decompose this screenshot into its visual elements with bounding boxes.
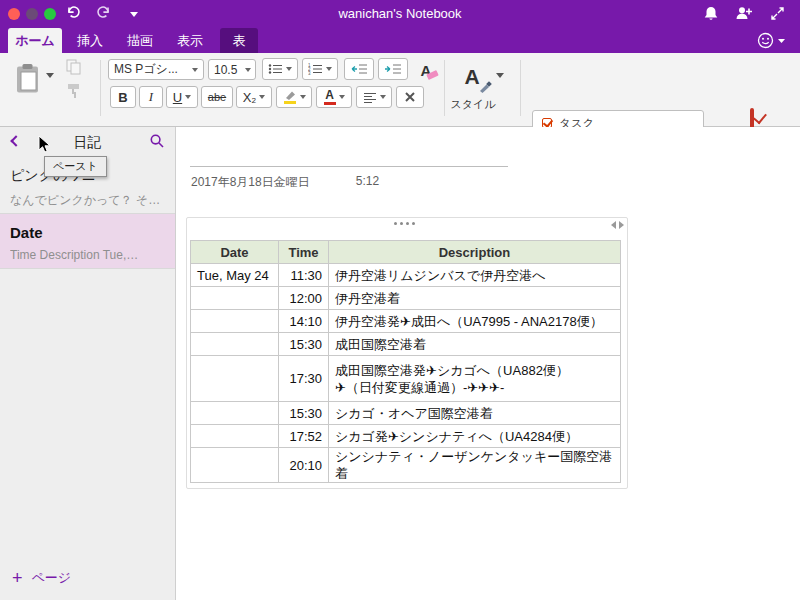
fullscreen-button[interactable] xyxy=(766,5,788,23)
cell-date[interactable]: Tue, May 24 xyxy=(191,264,279,287)
ribbon-separator xyxy=(100,60,101,116)
underline-button[interactable]: U xyxy=(166,86,198,108)
brush-icon xyxy=(479,80,492,93)
copy-icon xyxy=(66,59,81,75)
numbered-list-icon: 123 xyxy=(308,63,323,75)
cell-description[interactable]: 成田国際空港発✈シカゴへ（UA882便） ✈（日付変更線通過）-✈✈✈- xyxy=(329,356,621,402)
cell-description[interactable]: 伊丹空港着 xyxy=(329,287,621,310)
task-check-icon xyxy=(750,108,754,129)
page-datetime: 2017年8月18日金曜日 5:12 xyxy=(191,174,379,191)
share-button[interactable] xyxy=(733,5,755,23)
cell-description[interactable]: 成田国際空港着 xyxy=(329,333,621,356)
window-title: wanichan's Notebook xyxy=(0,0,800,28)
plus-icon: + xyxy=(12,570,23,586)
table-header-row: Date Time Description xyxy=(191,241,621,264)
cell-date[interactable] xyxy=(191,448,279,483)
cell-time[interactable]: 15:30 xyxy=(279,333,329,356)
italic-button[interactable]: I xyxy=(139,86,163,108)
cell-date[interactable] xyxy=(191,425,279,448)
table-row: 15:30 成田国際空港着 xyxy=(191,333,621,356)
chevron-down-icon xyxy=(380,95,386,99)
notifications-button[interactable] xyxy=(700,5,722,23)
bullet-list-button[interactable] xyxy=(262,58,298,80)
clear-formatting-button[interactable]: A xyxy=(412,58,440,82)
font-size-select[interactable]: 10.5 xyxy=(208,59,256,80)
cell-date[interactable] xyxy=(191,333,279,356)
cell-time[interactable]: 15:30 xyxy=(279,402,329,425)
table-row: 20:10 シンシナティ・ノーザンケンタッキー国際空港着 xyxy=(191,448,621,483)
arrow-right-icon xyxy=(619,221,624,229)
increase-indent-button[interactable] xyxy=(378,58,408,80)
cell-description[interactable]: 伊丹空港発✈成田へ（UA7995 - ANA2178便） xyxy=(329,310,621,333)
cell-time[interactable]: 17:52 xyxy=(279,425,329,448)
format-painter-button[interactable] xyxy=(62,83,84,101)
header-date[interactable]: Date xyxy=(191,241,279,264)
align-lines-icon xyxy=(363,92,377,103)
chevron-down-icon xyxy=(286,67,292,71)
arrow-left-icon xyxy=(611,221,616,229)
tab-draw[interactable]: 描画 xyxy=(116,28,164,53)
font-size-value: 10.5 xyxy=(214,63,237,77)
font-name-select[interactable]: MS Pゴシ... xyxy=(108,59,204,80)
page-date: 2017年8月18日金曜日 xyxy=(191,174,310,191)
styles-letter: A xyxy=(464,65,479,88)
cell-time[interactable]: 20:10 xyxy=(279,448,329,483)
cell-description[interactable]: シカゴ発✈シンシナティへ（UA4284便） xyxy=(329,425,621,448)
feedback-button[interactable] xyxy=(756,31,778,49)
copy-button[interactable] xyxy=(62,59,84,77)
add-page-button[interactable]: + ページ xyxy=(12,569,71,587)
cell-description[interactable]: シンシナティ・ノーザンケンタッキー国際空港着 xyxy=(329,448,621,483)
smiley-icon xyxy=(756,31,786,50)
add-page-label: ページ xyxy=(32,569,72,587)
styles-button[interactable]: A xyxy=(452,59,492,95)
table-row: 15:30 シカゴ・オヘア国際空港着 xyxy=(191,402,621,425)
font-color-button[interactable]: A xyxy=(316,86,352,108)
chevron-down-icon xyxy=(300,95,306,99)
delete-button[interactable] xyxy=(396,86,424,108)
search-icon xyxy=(149,133,165,149)
decrease-indent-button[interactable] xyxy=(344,58,374,80)
paste-button[interactable] xyxy=(10,59,44,101)
bullet-list-icon xyxy=(268,63,283,75)
tab-insert[interactable]: 挿入 xyxy=(66,28,114,53)
paste-dropdown-chevron-icon[interactable] xyxy=(46,73,54,78)
table-row: Tue, May 24 11:30 伊丹空港リムジンバスで伊丹空港へ xyxy=(191,264,621,287)
strikethrough-button[interactable]: abe xyxy=(201,86,233,108)
numbered-list-button[interactable]: 123 xyxy=(302,58,338,80)
tab-table[interactable]: 表 xyxy=(220,28,258,53)
cell-date[interactable] xyxy=(191,402,279,425)
cell-time[interactable]: 17:30 xyxy=(279,356,329,402)
cell-description[interactable]: シカゴ・オヘア国際空港着 xyxy=(329,402,621,425)
cell-date[interactable] xyxy=(191,356,279,402)
tab-view[interactable]: 表示 xyxy=(166,28,214,53)
cell-description[interactable]: 伊丹空港リムジンバスで伊丹空港へ xyxy=(329,264,621,287)
chevron-down-icon xyxy=(245,68,251,72)
page-canvas[interactable]: 2017年8月18日金曜日 5:12 Date Time Description… xyxy=(176,127,800,600)
bold-button[interactable]: B xyxy=(110,86,136,108)
table-row: 17:52 シカゴ発✈シンシナティへ（UA4284便） xyxy=(191,425,621,448)
highlight-color-button[interactable] xyxy=(276,86,312,108)
subscript-button[interactable]: X₂ xyxy=(236,86,272,108)
page-title-underline xyxy=(190,166,508,167)
cell-time[interactable]: 14:10 xyxy=(279,310,329,333)
header-time[interactable]: Time xyxy=(279,241,329,264)
cell-time[interactable]: 12:00 xyxy=(279,287,329,310)
paragraph-align-button[interactable] xyxy=(356,86,392,108)
styles-label: スタイル xyxy=(444,97,502,112)
table-move-handle[interactable] xyxy=(394,222,415,225)
cell-date[interactable] xyxy=(191,287,279,310)
page-time: 5:12 xyxy=(356,174,379,191)
sidebar-header: 日記 xyxy=(0,127,175,157)
underline-letter: U xyxy=(173,90,182,105)
search-button[interactable] xyxy=(146,133,168,151)
mouse-cursor xyxy=(38,135,51,158)
tab-home[interactable]: ホーム xyxy=(8,28,62,53)
increase-indent-icon xyxy=(384,63,402,75)
header-description[interactable]: Description xyxy=(329,241,621,264)
table-column-resize-handle[interactable] xyxy=(611,221,624,229)
page-item-date-selected[interactable]: Date Time Description Tue,… xyxy=(0,214,175,269)
font-name-value: MS Pゴシ... xyxy=(114,61,178,78)
cell-time[interactable]: 11:30 xyxy=(279,264,329,287)
cell-date[interactable] xyxy=(191,310,279,333)
styles-dropdown-chevron-icon[interactable] xyxy=(496,73,504,78)
